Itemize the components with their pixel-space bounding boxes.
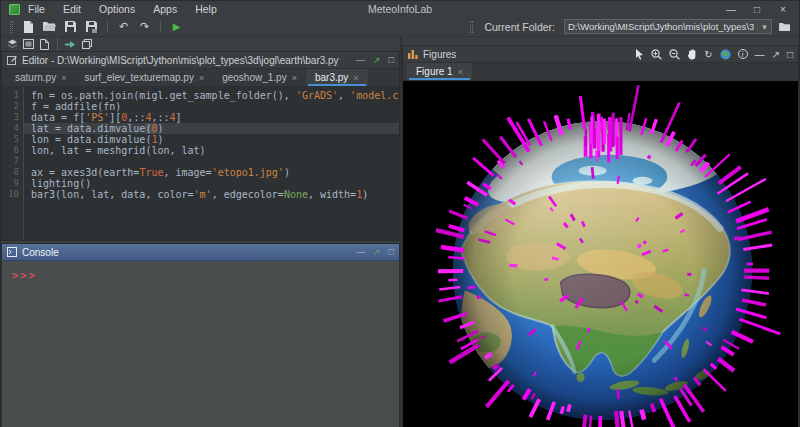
code-text[interactable]: fn = os.path.join(migl.get_sample_folder… (24, 87, 399, 240)
code-line[interactable]: lighting() (24, 178, 399, 189)
code-line[interactable]: f = addfile(fn) (24, 101, 399, 112)
zoom-in-icon[interactable] (651, 49, 662, 60)
minimize-panel-icon[interactable]: — (356, 247, 365, 257)
current-folder-combobox[interactable]: ▾ (564, 19, 772, 34)
tab-label: Figure 1 (416, 66, 453, 77)
minimize-panel-icon[interactable]: — (356, 55, 365, 65)
code-line[interactable]: ax = axes3d(earth=True, image='etopo1.jp… (24, 167, 399, 178)
edit-icon (7, 55, 17, 65)
undo-button[interactable]: ↶ (115, 19, 132, 35)
save-as-button[interactable] (83, 19, 100, 35)
maximize-button[interactable]: □ (751, 4, 763, 15)
file-icon (40, 39, 49, 50)
maximize-panel-icon[interactable]: □ (389, 247, 394, 257)
open-folder-icon (43, 21, 56, 32)
maximize-panel-icon[interactable]: □ (389, 55, 394, 65)
figure-toolbar: ↻ i — ↗ □ (635, 49, 793, 60)
select-cursor-icon[interactable] (635, 49, 644, 60)
current-folder-label: Current Folder: (484, 21, 555, 33)
new-file-icon (23, 21, 34, 33)
menu-help[interactable]: Help (195, 3, 217, 15)
tab-saturn[interactable]: saturn.py× (6, 69, 75, 86)
figures-title: Figures (423, 49, 456, 60)
tab-bar3[interactable]: bar3.py× (306, 69, 368, 86)
toolbar-separator (160, 20, 161, 33)
pin-icon (65, 40, 76, 49)
menu-edit[interactable]: Edit (63, 3, 81, 15)
maximize-panel-icon[interactable]: □ (787, 49, 793, 60)
code-line[interactable]: fn = os.path.join(migl.get_sample_folder… (24, 90, 399, 101)
chevron-down-icon[interactable]: ▾ (757, 22, 771, 32)
figures-header: Figures ↻ i — ↗ □ (403, 46, 798, 63)
open-folder-button[interactable] (41, 19, 58, 35)
code-line[interactable] (24, 156, 399, 167)
redo-icon: ↷ (140, 21, 149, 32)
close-tab-icon[interactable]: × (353, 73, 358, 83)
float-panel-button[interactable] (80, 39, 93, 50)
layers-icon (7, 39, 18, 49)
tab-label: saturn.py (15, 72, 56, 83)
toolbar-separator (107, 20, 108, 33)
toolbar-grip[interactable] (10, 21, 13, 33)
main-toolbar: ↶ ↷ ▶ Current Folder: ▾ (1, 17, 799, 37)
app-window: File Edit Options Apps Help MeteoInfoLab… (0, 0, 800, 427)
code-line[interactable]: data = f['PS'][0,::4,::4] (24, 112, 399, 123)
figure-view-button[interactable] (22, 39, 35, 50)
title-bar: File Edit Options Apps Help MeteoInfoLab… (1, 1, 799, 17)
new-file-button[interactable] (20, 19, 37, 35)
zoom-out-icon[interactable] (669, 49, 680, 60)
menu-file[interactable]: File (28, 3, 45, 15)
close-tab-icon[interactable]: × (61, 73, 66, 83)
console-title: Console (22, 247, 59, 258)
console-output[interactable]: >>> (2, 261, 399, 427)
console-prompt: >>> (12, 269, 37, 281)
layers-button[interactable] (6, 39, 19, 50)
float-panel-icon[interactable]: ↗ (373, 247, 381, 257)
figure-canvas[interactable] (403, 81, 798, 427)
document-view-button[interactable] (38, 39, 51, 50)
menu-apps[interactable]: Apps (153, 3, 177, 15)
pin-panel-button[interactable] (64, 39, 77, 50)
code-editor[interactable]: 12345678910 fn = os.path.join(migl.get_s… (2, 87, 399, 240)
save-button[interactable] (62, 19, 79, 35)
tab-figure-1[interactable]: Figure 1× (407, 63, 472, 80)
close-tab-icon[interactable]: × (458, 67, 463, 77)
float-panel-icon[interactable]: ↗ (373, 55, 381, 65)
browse-folder-button[interactable] (776, 19, 793, 35)
identify-info-icon[interactable]: i (738, 49, 748, 59)
globe-icon[interactable] (720, 49, 731, 60)
close-button[interactable]: × (777, 4, 789, 15)
app-logo-icon (9, 4, 20, 15)
tab-label: geoshow_1.py (222, 72, 287, 83)
minimize-panel-icon[interactable]: — (755, 49, 765, 60)
terminal-icon (7, 247, 17, 257)
close-tab-icon[interactable]: × (199, 73, 204, 83)
editor-tabbar: saturn.py× surf_elev_texturemap.py× geos… (2, 69, 399, 87)
toolbar-grip[interactable] (470, 21, 473, 33)
run-script-button[interactable]: ▶ (168, 19, 185, 35)
tab-surf-elev-texturemap[interactable]: surf_elev_texturemap.py× (75, 69, 213, 86)
console-panel: Console — ↗ □ >>> (1, 243, 400, 427)
console-panel-controls: — ↗ □ (356, 247, 394, 257)
figures-icon (408, 49, 418, 59)
code-line[interactable]: lon = data.dimvalue(1) (24, 134, 399, 145)
menu-options[interactable]: Options (99, 3, 135, 15)
code-line[interactable]: bar3(lon, lat, data, color='m', edgecolo… (24, 189, 399, 200)
code-line[interactable]: lon, lat = meshgrid(lon, lat) (24, 145, 399, 156)
pan-hand-icon[interactable] (687, 49, 697, 60)
editor-panel: Editor - D:\Working\MIScript\Jython\mis\… (1, 51, 400, 241)
redo-button[interactable]: ↷ (136, 19, 153, 35)
image-frame-icon (23, 39, 34, 49)
rotate-icon[interactable]: ↻ (704, 49, 712, 60)
run-icon: ▶ (173, 22, 181, 32)
secondary-toolbar (1, 37, 400, 51)
figures-tabbar: Figure 1× (403, 63, 798, 81)
float-panel-icon[interactable]: ↗ (772, 49, 780, 60)
tab-geoshow-1[interactable]: geoshow_1.py× (213, 69, 306, 86)
current-folder-input[interactable] (565, 21, 757, 32)
close-tab-icon[interactable]: × (292, 73, 297, 83)
code-line[interactable]: lat = data.dimvalue(0) (24, 123, 399, 134)
menu-bar: File Edit Options Apps Help (28, 3, 217, 15)
minimize-button[interactable]: — (725, 4, 737, 15)
window-icon (82, 39, 92, 49)
